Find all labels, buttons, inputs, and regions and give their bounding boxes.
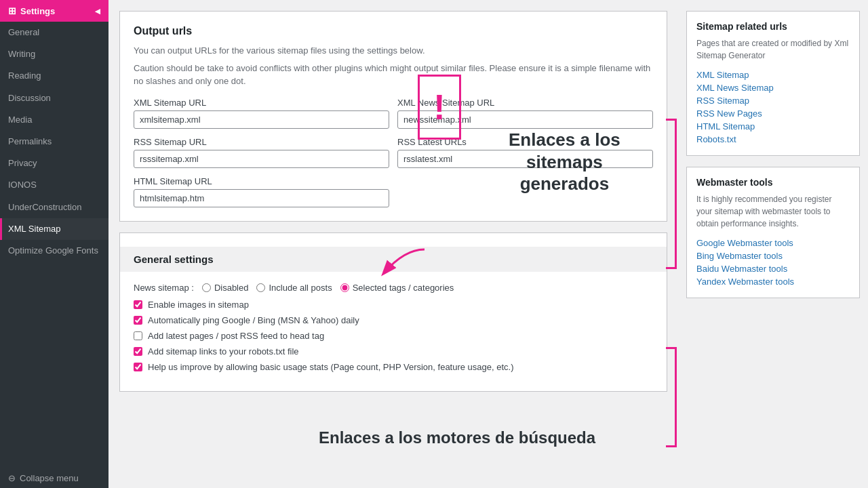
link-yandex-webmaster[interactable]: Yandex Webmaster tools	[696, 275, 850, 288]
radio-selected-tags[interactable]: Selected tags / categories	[340, 283, 454, 293]
rss-latest-urls-field: RSS Latest URLs	[397, 137, 653, 168]
sidebar-item-discussion[interactable]: Discussion	[0, 87, 108, 109]
rss-latest-urls-input[interactable]	[397, 150, 653, 168]
xml-news-sitemap-url-field: XML News Sitemap URL	[397, 98, 653, 129]
output-urls-desc1: You can output URLs for the various site…	[134, 44, 653, 58]
radio-include-all-posts[interactable]: Include all posts	[256, 283, 332, 293]
radio-include-all-posts-label: Include all posts	[269, 283, 332, 293]
output-urls-card: Output urls You can output URLs for the …	[119, 11, 667, 222]
rss-sitemap-url-field: RSS Sitemap URL	[134, 137, 389, 168]
sidebar-item-optimize-google-fonts[interactable]: Optimize Google Fonts	[0, 240, 108, 262]
xml-news-sitemap-url-label: XML News Sitemap URL	[397, 98, 653, 108]
checkbox-auto-ping-row: Automatically ping Google / Bing (MSN & …	[134, 315, 653, 325]
webmaster-tools-widget: Webmaster tools It is highly recommended…	[686, 167, 860, 298]
link-robots-txt[interactable]: Robots.txt	[696, 133, 850, 146]
link-google-webmaster[interactable]: Google Webmaster tools	[696, 237, 850, 249]
link-rss-new-pages[interactable]: RSS New Pages	[696, 107, 850, 120]
radio-selected-tags-input[interactable]	[340, 283, 349, 292]
webmaster-tools-desc: It is highly recommended you register yo…	[696, 193, 850, 230]
news-sitemap-label: News sitemap :	[134, 283, 194, 293]
sidebar-item-xml-sitemap[interactable]: XML Sitemap	[0, 218, 108, 240]
checkbox-enable-images-row: Enable images in sitemap	[134, 300, 653, 310]
radio-selected-tags-label: Selected tags / categories	[353, 283, 454, 293]
general-settings-card: General settings News sitemap : Disabled…	[119, 232, 667, 392]
link-html-sitemap[interactable]: HTML Sitemap	[696, 120, 850, 133]
rss-sitemap-url-label: RSS Sitemap URL	[134, 137, 389, 147]
xml-sitemap-url-field: XML Sitemap URL	[134, 98, 389, 129]
checkbox-latest-pages[interactable]	[134, 331, 142, 340]
xml-news-sitemap-url-input[interactable]	[397, 110, 653, 129]
checkbox-add-sitemap-robots-row: Add sitemap links to your robots.txt fil…	[134, 346, 653, 357]
rss-sitemap-url-input[interactable]	[134, 150, 389, 168]
checkbox-auto-ping[interactable]	[134, 316, 142, 325]
checkbox-latest-pages-label: Add latest pages / post RSS feed to head…	[148, 331, 324, 341]
chevron-icon: ◀	[95, 7, 100, 15]
link-baidu-webmaster[interactable]: Baidu Webmaster tools	[696, 262, 850, 275]
link-xml-news-sitemap[interactable]: XML News Sitemap	[696, 81, 850, 94]
checkbox-auto-ping-label: Automatically ping Google / Bing (MSN & …	[148, 315, 359, 325]
sidebar-item-general[interactable]: General	[0, 22, 108, 43]
xml-sitemap-url-input[interactable]	[134, 110, 389, 129]
right-sidebar: Sitemap related urls Pages that are crea…	[678, 0, 868, 488]
radio-disabled[interactable]: Disabled	[202, 283, 249, 293]
sidebar-item-ionos[interactable]: IONOS	[0, 174, 108, 196]
checkbox-usage-stats[interactable]	[134, 363, 142, 371]
sidebar-item-privacy[interactable]: Privacy	[0, 152, 108, 174]
html-sitemap-url-field: HTML Sitemap URL	[134, 176, 389, 207]
sidebar-item-media[interactable]: Media	[0, 109, 108, 131]
url-fields-grid: XML Sitemap URL XML News Sitemap URL RSS…	[134, 98, 653, 207]
radio-disabled-input[interactable]	[202, 283, 211, 292]
sidebar-item-reading[interactable]: Reading	[0, 65, 108, 87]
xml-sitemap-url-label: XML Sitemap URL	[134, 98, 389, 108]
webmaster-tools-title: Webmaster tools	[696, 177, 850, 188]
checkbox-add-sitemap-robots-label: Add sitemap links to your robots.txt fil…	[148, 346, 299, 357]
checkbox-usage-stats-label: Help us improve by allowing basic usage …	[148, 362, 514, 372]
circle-minus-icon: ⊖	[8, 473, 16, 483]
checkbox-enable-images[interactable]	[134, 300, 142, 309]
checkbox-add-sitemap-robots[interactable]	[134, 347, 142, 356]
news-sitemap-row: News sitemap : Disabled Include all post…	[134, 283, 653, 293]
checkbox-usage-stats-row: Help us improve by allowing basic usage …	[134, 362, 653, 372]
sidebar-item-underconstruction[interactable]: UnderConstruction	[0, 197, 108, 218]
main-content: Output urls You can output URLs for the …	[108, 0, 678, 488]
sidebar-item-permalinks[interactable]: Permalinks	[0, 131, 108, 152]
sidebar-header-label: Settings	[20, 6, 55, 16]
collapse-menu-button[interactable]: ⊖ Collapse menu	[0, 468, 108, 488]
settings-menu-header[interactable]: ⊞ Settings ◀	[0, 0, 108, 22]
sitemap-related-urls-title: Sitemap related urls	[696, 21, 850, 32]
html-sitemap-url-input[interactable]	[134, 189, 389, 207]
general-settings-title: General settings	[120, 247, 667, 272]
rss-latest-urls-label: RSS Latest URLs	[397, 137, 653, 147]
link-bing-webmaster[interactable]: Bing Webmaster tools	[696, 249, 850, 262]
grid-icon: ⊞	[8, 5, 16, 16]
link-xml-sitemap[interactable]: XML Sitemap	[696, 68, 850, 81]
radio-disabled-label: Disabled	[214, 283, 249, 293]
sidebar: ⊞ Settings ◀ General Writing Reading Dis…	[0, 0, 108, 488]
checkbox-latest-pages-row: Add latest pages / post RSS feed to head…	[134, 331, 653, 341]
sitemap-related-urls-widget: Sitemap related urls Pages that are crea…	[686, 11, 860, 156]
output-urls-title: Output urls	[134, 25, 653, 37]
link-rss-sitemap[interactable]: RSS Sitemap	[696, 94, 850, 107]
sitemap-related-urls-desc: Pages that are created or modified by Xm…	[696, 37, 850, 62]
output-urls-desc2: Caution should be take to avoid conflict…	[134, 62, 653, 88]
html-sitemap-url-label: HTML Sitemap URL	[134, 176, 389, 186]
checkbox-enable-images-label: Enable images in sitemap	[148, 300, 249, 310]
annotation-search-text: Enlaces a los motores de búsqueda	[319, 428, 595, 447]
radio-include-all-posts-input[interactable]	[256, 283, 265, 292]
sidebar-item-writing[interactable]: Writing	[0, 43, 108, 65]
